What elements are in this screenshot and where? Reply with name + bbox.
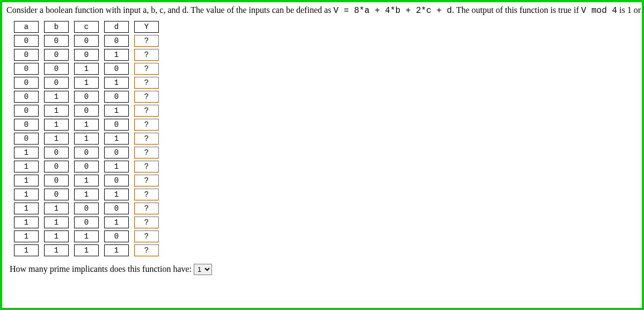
cell-a: 1	[14, 203, 39, 214]
cell-b: 1	[44, 203, 69, 214]
cell-c: 1	[74, 133, 99, 145]
cell-b: 1	[44, 105, 69, 117]
cell-a: 1	[14, 175, 39, 186]
cell-b: 0	[44, 63, 69, 75]
cell-y[interactable]: ?	[134, 189, 159, 200]
cell-a: 0	[14, 133, 39, 145]
table-row: 0000?	[14, 35, 159, 47]
cell-a: 0	[14, 91, 39, 103]
cell-d: 1	[104, 217, 129, 228]
table-row: 1101?	[14, 217, 159, 228]
cell-d: 0	[104, 203, 129, 214]
table-row: 1010?	[14, 175, 159, 186]
cell-c: 0	[74, 217, 99, 228]
cell-a: 0	[14, 35, 39, 47]
cell-y[interactable]: ?	[134, 244, 159, 256]
table-row: 0111?	[14, 133, 159, 145]
cell-y[interactable]: ?	[134, 161, 159, 172]
table-row: 0110?	[14, 119, 159, 131]
cell-y[interactable]: ?	[134, 35, 159, 47]
cell-c: 0	[74, 105, 99, 117]
cell-d: 1	[104, 105, 129, 117]
cell-c: 1	[74, 63, 99, 75]
cell-d: 0	[104, 230, 129, 242]
header-d: d	[104, 21, 129, 33]
cell-d: 0	[104, 147, 129, 158]
question-intro: Consider a boolean function with input a…	[6, 5, 333, 15]
table-header-row: a b c d Y	[14, 21, 159, 33]
question-formula: V = 8*a + 4*b + 2*c + d	[333, 6, 452, 16]
table-row: 1001?	[14, 161, 159, 172]
cell-d: 1	[104, 161, 129, 172]
cell-b: 0	[44, 189, 69, 200]
cell-d: 1	[104, 133, 129, 145]
question-outro2: is 1 or 2 or 3.	[617, 5, 644, 15]
cell-a: 0	[14, 63, 39, 75]
cell-c: 0	[74, 49, 99, 61]
header-a: a	[14, 21, 39, 33]
bottom-question-row: How many prime implicants does this func…	[10, 264, 638, 275]
cell-c: 0	[74, 161, 99, 172]
question-statement: Consider a boolean function with input a…	[6, 5, 638, 16]
cell-a: 1	[14, 189, 39, 200]
cell-b: 0	[44, 77, 69, 89]
question-mod-expr: V mod 4	[581, 6, 617, 16]
cell-d: 1	[104, 189, 129, 200]
cell-a: 1	[14, 147, 39, 158]
cell-b: 0	[44, 35, 69, 47]
cell-y[interactable]: ?	[134, 203, 159, 214]
cell-y[interactable]: ?	[134, 77, 159, 89]
cell-b: 0	[44, 161, 69, 172]
cell-a: 0	[14, 105, 39, 117]
cell-a: 1	[14, 244, 39, 256]
table-row: 1100?	[14, 203, 159, 214]
cell-c: 0	[74, 203, 99, 214]
cell-a: 0	[14, 77, 39, 89]
cell-b: 1	[44, 133, 69, 145]
cell-b: 1	[44, 91, 69, 103]
cell-y[interactable]: ?	[134, 91, 159, 103]
cell-c: 0	[74, 35, 99, 47]
cell-b: 1	[44, 119, 69, 131]
cell-b: 0	[44, 147, 69, 158]
cell-d: 0	[104, 119, 129, 131]
cell-a: 0	[14, 49, 39, 61]
cell-d: 0	[104, 63, 129, 75]
cell-d: 1	[104, 49, 129, 61]
cell-a: 1	[14, 230, 39, 242]
cell-y[interactable]: ?	[134, 133, 159, 145]
truth-table: a b c d Y 0000? 0001? 0010? 0011? 0100? …	[9, 19, 164, 258]
bottom-question-text: How many prime implicants does this func…	[10, 264, 194, 273]
table-row: 1110?	[14, 230, 159, 242]
table-row: 1111?	[14, 244, 159, 256]
cell-a: 1	[14, 217, 39, 228]
cell-y[interactable]: ?	[134, 217, 159, 228]
cell-c: 1	[74, 230, 99, 242]
cell-y[interactable]: ?	[134, 175, 159, 186]
cell-d: 0	[104, 35, 129, 47]
table-row: 0100?	[14, 91, 159, 103]
cell-y[interactable]: ?	[134, 105, 159, 117]
cell-b: 0	[44, 175, 69, 186]
cell-a: 0	[14, 119, 39, 131]
cell-y[interactable]: ?	[134, 49, 159, 61]
cell-c: 1	[74, 244, 99, 256]
cell-d: 1	[104, 77, 129, 89]
cell-c: 1	[74, 189, 99, 200]
cell-b: 1	[44, 244, 69, 256]
cell-y[interactable]: ?	[134, 119, 159, 131]
cell-y[interactable]: ?	[134, 63, 159, 75]
cell-c: 1	[74, 77, 99, 89]
table-row: 1011?	[14, 189, 159, 200]
header-b: b	[44, 21, 69, 33]
table-row: 0001?	[14, 49, 159, 61]
cell-c: 1	[74, 175, 99, 186]
cell-c: 0	[74, 147, 99, 158]
cell-y[interactable]: ?	[134, 147, 159, 158]
cell-c: 1	[74, 119, 99, 131]
prime-implicants-select[interactable]: 123456	[194, 264, 212, 275]
table-row: 0010?	[14, 63, 159, 75]
cell-y[interactable]: ?	[134, 230, 159, 242]
header-y: Y	[134, 21, 159, 33]
cell-b: 1	[44, 217, 69, 228]
